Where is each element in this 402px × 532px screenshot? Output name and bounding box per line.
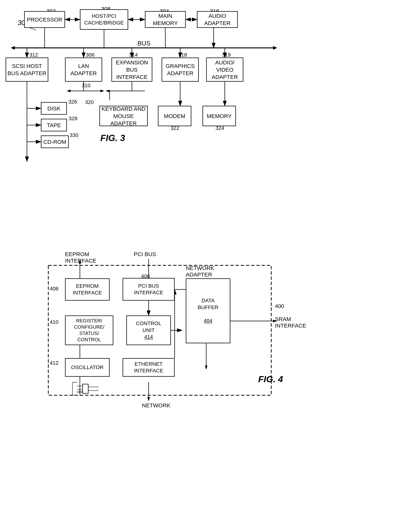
memory-box: MEMORY bbox=[202, 106, 236, 126]
graphics-adapter-label: GRAPHICSADAPTER bbox=[166, 62, 195, 77]
expansion-bus-label: EXPANSIONBUSINTERFACE bbox=[116, 59, 148, 81]
host-pci-box: HOST/PCICACHE/BRIDGE bbox=[80, 9, 128, 30]
svg-text:SRAM: SRAM bbox=[275, 316, 291, 322]
svg-marker-11 bbox=[273, 46, 277, 50]
svg-marker-42 bbox=[66, 90, 71, 92]
svg-text:INTERFACE: INTERFACE bbox=[275, 323, 306, 329]
svg-line-61 bbox=[272, 307, 272, 308]
cdrom-label: CD-ROM bbox=[43, 138, 66, 146]
scsi-box: SCSI HOSTBUS ADAPTER bbox=[6, 57, 48, 82]
f4-oscillator-box: OSCILLATOR bbox=[65, 358, 110, 377]
svg-marker-66 bbox=[273, 320, 277, 322]
svg-marker-87 bbox=[147, 397, 150, 401]
host-pci-label: HOST/PCICACHE/BRIDGE bbox=[84, 13, 124, 26]
main-memory-label: MAINMEMORY bbox=[153, 12, 178, 27]
svg-text:NETWORK: NETWORK bbox=[142, 402, 170, 408]
audio-video-adapter-box: AUDIO/VIDEOADAPTER bbox=[206, 57, 243, 82]
svg-text:ADAPTER: ADAPTER bbox=[186, 272, 212, 278]
svg-text:PCI BUS: PCI BUS bbox=[134, 251, 156, 257]
lan-label: LANADAPTER bbox=[70, 62, 97, 77]
svg-text:310: 310 bbox=[82, 82, 91, 88]
f4-ethernet-interface-label: ETHERNETINTERFACE bbox=[134, 361, 163, 374]
svg-text:330: 330 bbox=[70, 132, 78, 138]
f4-data-buffer-box: DATABUFFER404 bbox=[186, 278, 230, 343]
svg-rect-89 bbox=[83, 384, 88, 393]
svg-text:412: 412 bbox=[50, 360, 58, 366]
svg-text:NETWORK: NETWORK bbox=[186, 265, 214, 271]
svg-text:306: 306 bbox=[86, 52, 95, 58]
svg-text:BUS: BUS bbox=[137, 40, 150, 47]
keyboard-mouse-box: KEYBOARD ANDMOUSE ADAPTER bbox=[99, 106, 148, 126]
f4-pcibus-interface-box: PCI BUSINTERFACE bbox=[123, 278, 175, 301]
diagram-container: 300 302 308 304 316 BUS 306 bbox=[0, 0, 402, 532]
memory-label: MEMORY bbox=[207, 113, 232, 120]
svg-text:320: 320 bbox=[85, 99, 94, 105]
modem-label: MODEM bbox=[164, 113, 185, 120]
expansion-bus-box: EXPANSIONBUSINTERFACE bbox=[111, 57, 152, 82]
svg-text:408: 408 bbox=[50, 286, 58, 291]
disk-label: DISK bbox=[47, 105, 60, 112]
lan-box: LANADAPTER bbox=[65, 57, 102, 82]
svg-text:INTERFACE: INTERFACE bbox=[65, 258, 96, 264]
processor-label: PROCESSOR bbox=[27, 16, 62, 23]
svg-marker-83 bbox=[205, 366, 207, 370]
svg-text:318: 318 bbox=[178, 52, 187, 58]
modem-box: MODEM bbox=[158, 106, 191, 126]
keyboard-mouse-label: KEYBOARD ANDMOUSE ADAPTER bbox=[101, 105, 146, 127]
svg-text:410: 410 bbox=[50, 319, 58, 325]
scsi-label: SCSI HOSTBUS ADAPTER bbox=[7, 62, 46, 77]
svg-text:400: 400 bbox=[275, 303, 284, 309]
svg-marker-46 bbox=[105, 90, 110, 92]
audio-video-label: AUDIO/VIDEOADAPTER bbox=[212, 59, 238, 81]
f4-eeprom-interface-box: EEPROMINTERFACE bbox=[65, 278, 110, 301]
svg-text:FIG. 4: FIG. 4 bbox=[258, 374, 283, 384]
cdrom-box: CD-ROM bbox=[41, 135, 69, 148]
tape-box: TAPE bbox=[41, 119, 67, 131]
svg-text:EEPROM: EEPROM bbox=[65, 251, 89, 257]
svg-text:314: 314 bbox=[129, 52, 138, 58]
f4-data-buffer-label: DATABUFFER404 bbox=[198, 297, 219, 324]
audio-adapter-box: AUDIOADAPTER bbox=[197, 11, 238, 28]
f4-control-unit-box: CONTROLUNIT414 bbox=[126, 316, 171, 345]
f4-register-label: REGISTER/CONFIGURE/STATUS/CONTROL bbox=[74, 318, 104, 343]
svg-marker-43 bbox=[100, 90, 104, 92]
tape-label: TAPE bbox=[47, 121, 61, 129]
svg-text:326: 326 bbox=[68, 99, 77, 105]
svg-marker-75 bbox=[78, 260, 81, 264]
audio-adapter-label: AUDIOADAPTER bbox=[204, 12, 231, 27]
main-memory-box: MAINMEMORY bbox=[145, 11, 186, 28]
f4-oscillator-label: OSCILLATOR bbox=[71, 364, 104, 371]
f4-control-unit-label: CONTROLUNIT414 bbox=[136, 320, 162, 340]
svg-text:FIG. 3: FIG. 3 bbox=[100, 133, 125, 143]
svg-text:312: 312 bbox=[29, 52, 38, 58]
f4-eeprom-interface-label: EEPROMINTERFACE bbox=[73, 283, 102, 296]
graphics-adapter-box: GRAPHICSADAPTER bbox=[162, 57, 199, 82]
svg-text:319: 319 bbox=[222, 52, 231, 58]
svg-text:328: 328 bbox=[69, 116, 78, 121]
f4-register-box: REGISTER/CONFIGURE/STATUS/CONTROL bbox=[65, 316, 113, 345]
disk-box: DISK bbox=[41, 102, 67, 115]
f4-pcibus-interface-label: PCI BUSINTERFACE bbox=[134, 283, 163, 296]
processor-box: PROCESSOR bbox=[24, 11, 65, 28]
svg-marker-10 bbox=[11, 46, 15, 50]
f4-ethernet-interface-box: ETHERNETINTERFACE bbox=[123, 358, 175, 377]
